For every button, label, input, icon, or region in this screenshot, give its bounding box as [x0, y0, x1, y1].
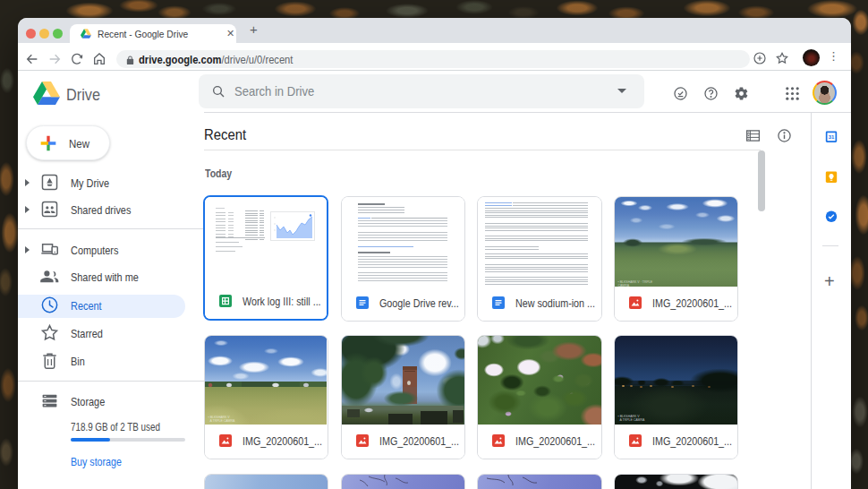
svg-text:31: 31 — [829, 134, 835, 140]
